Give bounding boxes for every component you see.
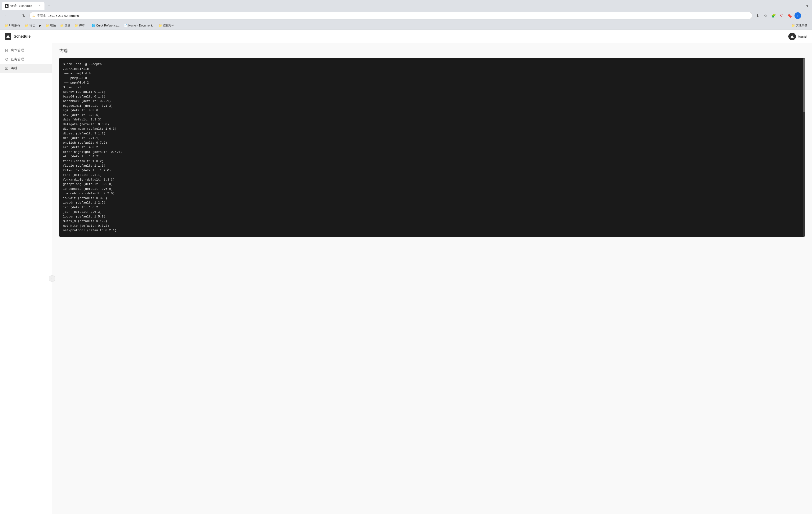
toolbar-action-buttons: ⬇ ☆ 🧩 🛡 🔖 T ⋮ — [754, 12, 809, 19]
logo-triangle — [6, 35, 10, 38]
security-warning-text: 不安全 — [37, 13, 46, 18]
other-bookmarks-button[interactable]: 📁 其他书签 — [789, 23, 809, 28]
svg-rect-4 — [5, 67, 8, 69]
bookmark-videos[interactable]: 📁 视频 — [44, 23, 58, 28]
app-logo: Schedule — [5, 33, 31, 40]
terminal-line: net-http (default: 0.3.2) — [63, 224, 801, 228]
terminal-line: drb (default: 2.1.1) — [63, 136, 801, 141]
bookmark-quick-reference[interactable]: 🌐 Quick Reference... — [90, 23, 121, 28]
browser-toolbar: ← → ↻ ⚠ 不安全 159.75.217.92/terminal ⬇ ☆ 🧩… — [0, 10, 812, 21]
bookmark-label: 虚拟号码 — [163, 23, 174, 27]
bookmark-ui-library[interactable]: 📁 UI组件库 — [3, 23, 23, 28]
terminal-line: irb (default: 1.6.2) — [63, 205, 801, 210]
svg-point-3 — [6, 59, 7, 60]
terminal-line: io-console (default: 0.6.0) — [63, 187, 801, 192]
terminal-line: abbrev (default: 0.1.1) — [63, 90, 801, 94]
terminal-line: digest (default: 3.1.1) — [63, 131, 801, 136]
sidebar-item-scripts[interactable]: 脚本管理 — [0, 46, 52, 55]
active-tab[interactable]: 终端 - Schedule × — [2, 2, 45, 10]
extension2-icon[interactable]: 🔖 — [786, 12, 793, 19]
extension1-icon[interactable]: 🧩 — [771, 12, 777, 19]
bookmark-navigation1[interactable]: ▶ — [37, 23, 43, 28]
terminal-line: error_highlight (default: 0.5.1) — [63, 150, 801, 154]
profile-button[interactable]: T — [794, 12, 801, 19]
avatar-triangle — [790, 35, 794, 38]
terminal-line: /usr/local/lib — [63, 67, 801, 72]
forward-button[interactable]: → — [11, 12, 19, 20]
download-icon[interactable]: ⬇ — [754, 12, 761, 19]
bookmark-label: UI组件库 — [9, 23, 21, 27]
terminal-line: getoptlong (default: 0.2.0) — [63, 182, 801, 187]
bookmark-label: 脚本 — [79, 23, 85, 27]
tab-favicon — [5, 4, 8, 8]
bookmark-home-document[interactable]: 📄 Home – Document... — [122, 23, 156, 28]
bookmark-label: Home – Document... — [128, 24, 154, 27]
address-bar[interactable]: ⚠ 不安全 159.75.217.92/terminal — [29, 12, 752, 20]
app-container: Schedule tourist 脚本管理 — [0, 30, 812, 514]
bookmarks-bar: 📁 UI组件库 📁 论坛 ▶ 📁 视频 📁 灵感 📁 脚本 🌐 Quick Re… — [0, 21, 812, 30]
terminal-line: base64 (default: 0.1.1) — [63, 94, 801, 99]
bookmark-label: Quick Reference... — [96, 24, 119, 27]
shield-icon[interactable]: 🛡 — [778, 12, 785, 19]
terminal-line: benchmark (default: 0.2.1) — [63, 99, 801, 104]
terminal-line: └── pnpm@8.6.2 — [63, 81, 801, 85]
bookmark-inspiration[interactable]: 📁 灵感 — [58, 23, 72, 28]
page-title: 终端 — [59, 48, 805, 54]
new-tab-button[interactable]: + — [46, 2, 53, 9]
user-avatar — [788, 33, 796, 40]
terminal-line: $ gem list — [63, 85, 801, 90]
terminal-scrollbar[interactable] — [803, 58, 805, 237]
app-header-right: tourist — [788, 33, 807, 40]
terminal-line: etc (default: 1.4.2) — [63, 154, 801, 159]
tab-dropdown-button[interactable]: ▾ — [805, 3, 810, 9]
address-text: 159.75.217.92/terminal — [48, 14, 749, 18]
tab-close-button[interactable]: × — [37, 4, 41, 8]
terminal-container[interactable]: $ npm list -g --depth 0/usr/local/lib├──… — [59, 58, 805, 237]
bookmark-label: 灵感 — [65, 23, 70, 27]
sidebar-terminal-label: 终端 — [11, 66, 18, 70]
bookmark-virtual-number[interactable]: 📁 虚拟号码 — [156, 23, 176, 28]
bookmark-label: 论坛 — [29, 23, 35, 27]
terminal-lines: $ npm list -g --depth 0/usr/local/lib├──… — [63, 62, 801, 233]
reload-button[interactable]: ↻ — [20, 12, 27, 20]
terminal-line: find (default: 0.1.1) — [63, 173, 801, 177]
terminal-line: mutex_m (default: 0.1.2) — [63, 219, 801, 224]
app-title: Schedule — [14, 34, 31, 38]
bookmark-forum[interactable]: 📁 论坛 — [23, 23, 37, 28]
username-label: tourist — [798, 34, 807, 38]
terminal-line: ├── pm2@5.3.0 — [63, 76, 801, 81]
app-header: Schedule tourist — [0, 30, 812, 43]
terminal-icon — [5, 66, 8, 70]
bookmark-separator — [88, 23, 88, 28]
content-area: 终端 $ npm list -g --depth 0/usr/local/lib… — [52, 43, 812, 514]
terminal-line: erb (default: 4.0.2) — [63, 145, 801, 150]
tab-title: 终端 - Schedule — [10, 4, 35, 8]
terminal-line: english (default: 0.7.2) — [63, 141, 801, 145]
main-layout: 脚本管理 任务管理 终端 ‹ 终端 — [0, 43, 812, 514]
terminal-line: fcntl (default: 1.0.2) — [63, 159, 801, 164]
back-button[interactable]: ← — [3, 12, 10, 20]
terminal-line: io-wait (default: 0.3.0) — [63, 196, 801, 201]
terminal-line: io-nonblock (default: 0.2.0) — [63, 191, 801, 196]
other-bookmarks-label: 其他书签 — [796, 23, 807, 27]
terminal-line: bigdecimal (default: 3.1.3) — [63, 104, 801, 108]
browser-menu-button[interactable]: ⋮ — [803, 12, 809, 19]
terminal-line: $ npm list -g --depth 0 — [63, 62, 801, 67]
terminal-line: net-protocol (default: 0.2.1) — [63, 228, 801, 233]
terminal-line: ipaddr (default: 1.2.5) — [63, 200, 801, 205]
sidebar-collapse-button[interactable]: ‹ — [49, 275, 55, 282]
sidebar-wrapper: 脚本管理 任务管理 终端 ‹ — [0, 43, 52, 514]
sidebar-item-tasks[interactable]: 任务管理 — [0, 55, 52, 64]
sidebar-scripts-label: 脚本管理 — [11, 48, 24, 53]
tab-bar: 终端 - Schedule × + ▾ — [0, 0, 812, 10]
terminal-line: fiddle (default: 1.1.1) — [63, 164, 801, 168]
terminal-line: date (default: 3.3.3) — [63, 117, 801, 122]
nav-buttons: ← → ↻ — [3, 12, 27, 20]
security-warning-icon: ⚠ — [32, 14, 35, 17]
terminal-line: cgi (default: 0.3.6) — [63, 108, 801, 113]
bookmark-scripts[interactable]: 📁 脚本 — [72, 23, 87, 28]
terminal-line: csv (default: 3.2.6) — [63, 113, 801, 118]
terminal-line: fileutils (default: 1.7.0) — [63, 168, 801, 173]
bookmark-star-icon[interactable]: ☆ — [762, 12, 769, 19]
sidebar-item-terminal[interactable]: 终端 — [0, 64, 52, 73]
